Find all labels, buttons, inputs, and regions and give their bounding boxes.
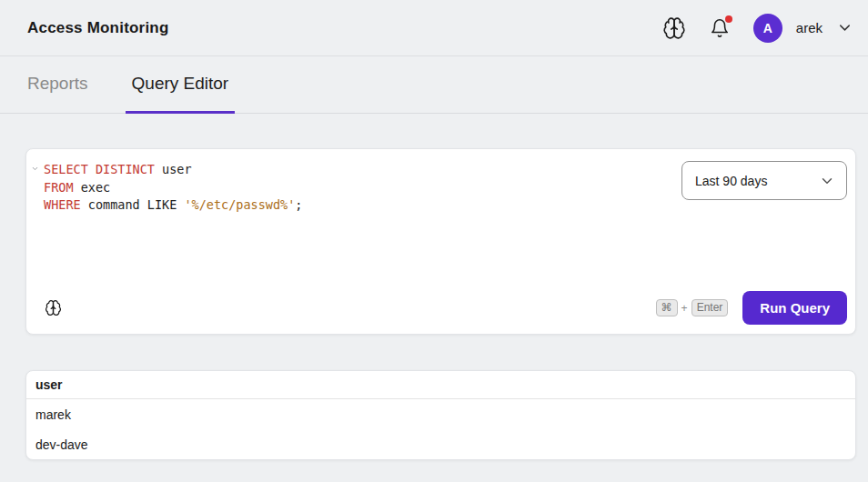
tab-bar: Reports Query Editor	[0, 56, 868, 114]
main-content: SELECT DISTINCT user FROM exec WHERE com…	[0, 114, 868, 460]
run-area: ⌘ + Enter Run Query	[656, 291, 847, 325]
sql-line: SELECT DISTINCT user	[44, 162, 192, 176]
sql-code-editor[interactable]: SELECT DISTINCT user FROM exec WHERE com…	[44, 161, 681, 215]
table-row[interactable]: marek	[26, 399, 855, 429]
chevron-down-icon[interactable]	[836, 19, 853, 36]
editor-top: SELECT DISTINCT user FROM exec WHERE com…	[26, 149, 855, 215]
page-title: Access Monitoring	[27, 19, 168, 37]
chevron-down-icon	[819, 173, 835, 189]
query-editor-panel: SELECT DISTINCT user FROM exec WHERE com…	[25, 148, 856, 335]
cell-user: marek	[35, 407, 71, 422]
tab-reports[interactable]: Reports	[21, 56, 95, 114]
notification-bell-icon[interactable]	[710, 18, 730, 38]
brain-icon[interactable]	[662, 16, 686, 40]
editor-footer: ⌘ + Enter Run Query	[45, 291, 847, 325]
time-range-dropdown[interactable]: Last 90 days	[681, 161, 847, 200]
run-query-button[interactable]: Run Query	[742, 291, 847, 325]
app-header: Access Monitoring A arek	[0, 0, 868, 56]
user-name: arek	[796, 20, 823, 35]
plus-separator: +	[681, 302, 688, 315]
notification-dot	[725, 15, 732, 23]
brain-icon[interactable]	[45, 299, 62, 316]
tab-query-editor[interactable]: Query Editor	[126, 56, 236, 114]
sql-line: WHERE command LIKE '%/etc/passwd%';	[44, 197, 303, 212]
column-header-user: user	[35, 377, 63, 392]
time-range-value: Last 90 days	[695, 174, 767, 188]
cell-user: dev-dave	[35, 437, 88, 452]
enter-keycap: Enter	[691, 299, 729, 316]
results-table: user marek dev-dave	[25, 370, 856, 460]
cmd-keycap: ⌘	[656, 299, 678, 316]
header-actions: A arek	[662, 14, 853, 43]
sql-line: FROM exec	[44, 180, 110, 195]
table-row[interactable]: dev-dave	[26, 429, 855, 459]
code-fold-chevron-icon[interactable]	[26, 161, 44, 173]
user-menu: A arek	[753, 14, 853, 43]
keyboard-shortcut-hint: ⌘ + Enter	[656, 299, 729, 316]
results-column-header: user	[26, 371, 855, 399]
avatar[interactable]: A	[753, 14, 782, 43]
